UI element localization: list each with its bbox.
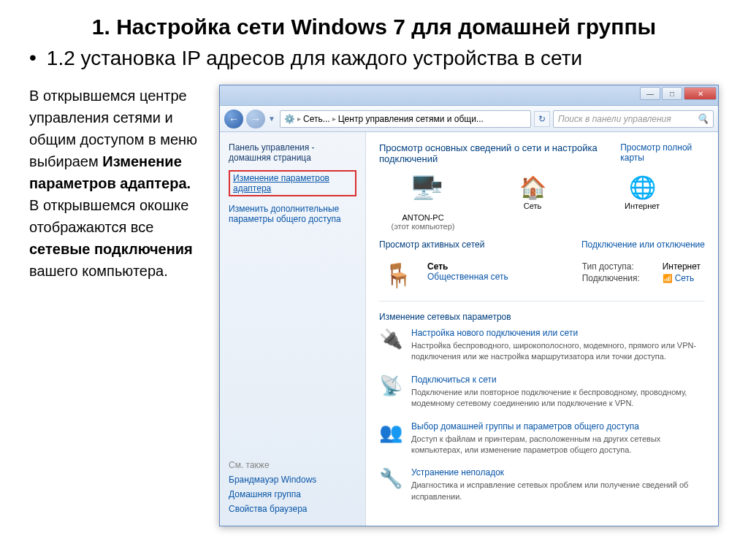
setting-title: Выбор домашней группы и параметров общег… xyxy=(411,421,705,431)
see-also-label: См. также xyxy=(229,460,356,470)
maximize-button[interactable]: □ xyxy=(662,87,682,100)
search-icon: 🔍 xyxy=(697,113,709,124)
troubleshoot-item[interactable]: 🔧 Устранение неполадок Диагностика и исп… xyxy=(379,467,705,502)
homegroup-icon: 👥 xyxy=(379,421,402,444)
bullet-icon: • xyxy=(29,47,37,69)
network-name: Сеть xyxy=(489,202,576,210)
nav-dropdown-icon[interactable]: ▼ xyxy=(268,115,277,123)
signal-icon: 📶 xyxy=(663,274,673,283)
setting-title: Настройка нового подключения или сети xyxy=(411,328,705,338)
setting-desc: Диагностика и исправление сетевых пробле… xyxy=(411,480,705,502)
setting-desc: Настройка беспроводного, широкополосного… xyxy=(411,340,705,363)
access-type-label: Тип доступа: xyxy=(582,261,648,272)
adapter-settings-link[interactable]: Изменение параметров адаптера xyxy=(229,170,356,196)
connect-network-item[interactable]: 📡 Подключиться к сети Подключение или по… xyxy=(379,375,705,410)
network-icon: 🏠 xyxy=(489,174,576,200)
sharing-settings-link[interactable]: Изменить дополнительные параметры общего… xyxy=(229,204,356,224)
browser-props-link[interactable]: Свойства браузера xyxy=(229,504,356,514)
breadcrumb-sep: ▸ xyxy=(332,115,336,123)
refresh-button[interactable]: ↻ xyxy=(534,111,550,127)
back-button[interactable]: ← xyxy=(224,110,243,129)
pc-sub: (этот компьютер) xyxy=(379,222,467,231)
setting-title: Подключиться к сети xyxy=(411,375,705,385)
search-input[interactable]: Поиск в панели управления 🔍 xyxy=(553,110,714,128)
setting-title: Устранение неполадок xyxy=(411,467,705,477)
active-net-type[interactable]: Общественная сеть xyxy=(427,272,508,282)
main-heading: Просмотр основных сведений о сети и наст… xyxy=(379,142,620,164)
connect-disconnect-link[interactable]: Подключение или отключение xyxy=(581,239,705,250)
minimize-button[interactable]: — xyxy=(640,87,660,100)
connections-label: Подключения: xyxy=(582,273,648,283)
node-network[interactable]: 🏠 Сеть xyxy=(489,174,576,210)
new-connection-icon: 🔌 xyxy=(379,328,402,350)
breadcrumb-part1[interactable]: Сеть... xyxy=(303,114,330,124)
change-settings-label: Изменение сетевых параметров xyxy=(379,312,511,322)
setting-desc: Подключение или повторное подключение к … xyxy=(411,387,705,410)
homegroup-item[interactable]: 👥 Выбор домашней группы и параметров общ… xyxy=(379,421,705,456)
slide-subtitle-row: • 1.2 установка IP адресов для каждого у… xyxy=(29,47,719,70)
active-network-row: 🪑 Сеть Общественная сеть Тип доступа: Ин… xyxy=(379,256,705,302)
connections-link[interactable]: 📶Сеть xyxy=(663,273,695,283)
active-net-name: Сеть xyxy=(427,261,508,272)
pc-name: ANTON-PC xyxy=(379,213,467,222)
close-button[interactable]: ✕ xyxy=(684,87,717,100)
setting-desc: Доступ к файлам и принтерам, расположенн… xyxy=(411,434,705,456)
full-map-link[interactable]: Просмотр полной карты xyxy=(620,142,705,164)
access-type-value: Интернет xyxy=(663,261,701,272)
globe-icon: 🌐 xyxy=(598,174,686,200)
firewall-link[interactable]: Брандмауэр Windows xyxy=(229,475,356,485)
active-networks-label: Просмотр активных сетей xyxy=(379,239,484,250)
troubleshoot-icon: 🔧 xyxy=(379,467,402,490)
slide-subtitle: 1.2 установка IP адресов для каждого уст… xyxy=(47,47,582,70)
control-panel-icon: ⚙️ xyxy=(283,113,295,125)
internet-name: Интернет xyxy=(598,202,686,210)
pc-icon: 🖥️ xyxy=(379,174,467,200)
main-panel: Просмотр основных сведений о сети и наст… xyxy=(366,132,718,526)
nav-bar: ← → ▼ ⚙️ ▸ Сеть... ▸ Центр управления се… xyxy=(220,106,718,132)
node-pc[interactable]: 🖥️ 🖥️ ANTON-PC (этот компьютер) xyxy=(379,174,467,231)
connect-icon: 📡 xyxy=(379,375,402,397)
breadcrumb[interactable]: ⚙️ ▸ Сеть... ▸ Центр управления сетями и… xyxy=(280,110,531,128)
sidebar: Панель управления - домашняя страница Из… xyxy=(220,132,366,526)
window: — □ ✕ ← → ▼ ⚙️ ▸ Сеть... ▸ Центр управле… xyxy=(219,85,719,526)
forward-button[interactable]: → xyxy=(246,110,265,129)
multi-pc-icon: 🖥️ xyxy=(430,181,443,193)
network-map: 🖥️ 🖥️ ANTON-PC (этот компьютер) 🏠 Сеть 🌐… xyxy=(379,174,705,231)
sidebar-footer: См. также Брандмауэр Windows Домашняя гр… xyxy=(229,460,356,518)
instructions-text: В открывшемся центре управления сетями и… xyxy=(29,85,219,526)
search-placeholder: Поиск в панели управления xyxy=(558,114,671,124)
sidebar-heading: Панель управления - домашняя страница xyxy=(229,142,356,163)
titlebar: — □ ✕ xyxy=(220,85,718,106)
node-internet[interactable]: 🌐 Интернет xyxy=(598,174,686,210)
breadcrumb-sep: ▸ xyxy=(297,115,301,123)
breadcrumb-part2[interactable]: Центр управления сетями и общи... xyxy=(338,114,484,124)
homegroup-link[interactable]: Домашняя группа xyxy=(229,489,356,499)
slide-title: 1. Настройка сети Windows 7 для домашней… xyxy=(29,15,719,39)
bench-icon: 🪑 xyxy=(383,261,413,289)
settings-list: 🔌 Настройка нового подключения или сети … xyxy=(379,328,705,502)
setup-new-connection-item[interactable]: 🔌 Настройка нового подключения или сети … xyxy=(379,328,705,363)
